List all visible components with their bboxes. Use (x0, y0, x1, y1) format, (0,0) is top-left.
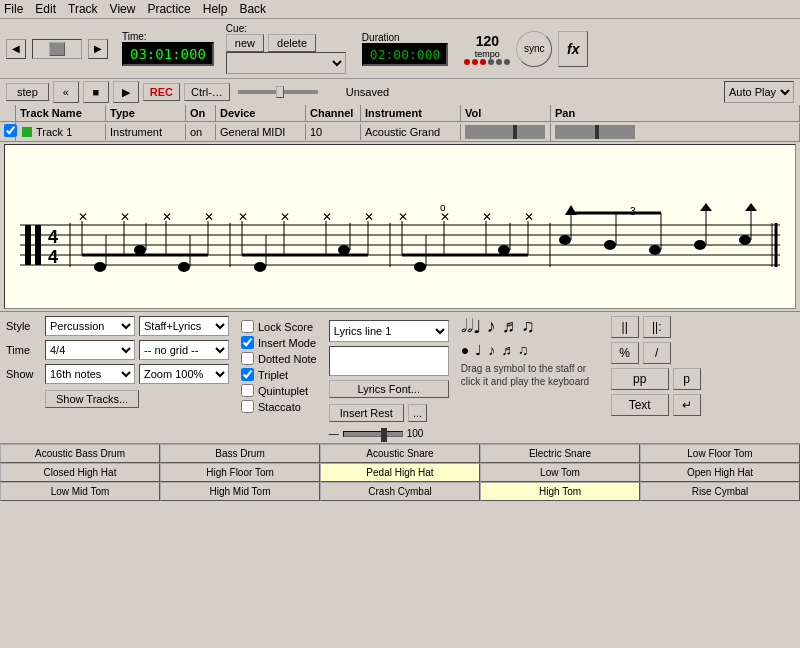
track-name: Track 1 (36, 126, 72, 138)
tempo-dot-4 (488, 59, 494, 65)
menu-track[interactable]: Track (68, 2, 98, 16)
track-on-cell: on (186, 124, 216, 140)
position-slider[interactable] (238, 90, 318, 94)
cue-new-button[interactable]: new (226, 34, 264, 52)
svg-text:4: 4 (48, 227, 58, 247)
volume-slider[interactable] (343, 431, 403, 437)
menu-file[interactable]: File (4, 2, 23, 16)
perc-acoustic-bass-drum[interactable]: Acoustic Bass Drum (0, 444, 160, 463)
right-row-1: || ||: (611, 316, 701, 338)
time-display: 03:01:000 (122, 42, 214, 66)
symbol-percent[interactable]: % (611, 342, 639, 364)
nav-next-button[interactable]: ▶ (88, 39, 108, 59)
perc-low-tom[interactable]: Low Tom (480, 463, 640, 482)
symbol-bar2[interactable]: ||: (643, 316, 671, 338)
position-slider-thumb[interactable] (276, 86, 284, 98)
perc-low-floor-tom[interactable]: Low Floor Tom (640, 444, 800, 463)
pan-slider[interactable] (555, 125, 635, 139)
perc-high-mid-tom[interactable]: High Mid Tom (160, 482, 320, 501)
perc-row-1: Acoustic Bass Drum Bass Drum Acoustic Sn… (0, 444, 800, 463)
style-row: Style Percussion Staff+Lyrics (6, 316, 229, 336)
rewind-button[interactable]: « (53, 81, 79, 103)
time-select[interactable]: 4/4 (45, 340, 135, 360)
lyrics-input-area[interactable] (329, 346, 449, 376)
lock-score-checkbox[interactable] (241, 320, 254, 333)
menu-view[interactable]: View (110, 2, 136, 16)
style-select[interactable]: Percussion (45, 316, 135, 336)
eighth-note-symbol[interactable]: ♪ (487, 316, 496, 338)
more-button[interactable]: ... (408, 404, 427, 422)
insert-mode-row: Insert Mode (241, 336, 317, 349)
vol-slider[interactable] (465, 125, 545, 139)
symbol-pp[interactable]: pp (611, 368, 669, 390)
text-button[interactable]: Text (611, 394, 669, 416)
perc-ride-cymbal[interactable]: Rise Cymbal (640, 482, 800, 501)
sixteenth-note-symbol[interactable]: ♬ (502, 316, 516, 338)
menu-edit[interactable]: Edit (35, 2, 56, 16)
staccato-checkbox[interactable] (241, 400, 254, 413)
perc-pedal-high-hat[interactable]: Pedal High Hat (320, 463, 480, 482)
note5-symbol[interactable]: ♫ (518, 342, 529, 358)
enter-symbol[interactable]: ↵ (673, 394, 701, 416)
note4-symbol[interactable]: ♬ (501, 342, 512, 358)
record-button[interactable]: REC (143, 83, 180, 101)
symbol-p[interactable]: p (673, 368, 701, 390)
thirtysecond-note-symbol[interactable]: ♫ (521, 316, 535, 338)
quarter-note-symbol[interactable]: ♩ (473, 316, 481, 338)
menu-practice[interactable]: Practice (147, 2, 190, 16)
track-color-indicator (22, 127, 32, 137)
perc-high-tom[interactable]: High Tom (480, 482, 640, 501)
show-tracks-row: Show Tracks... (6, 388, 229, 408)
cue-delete-button[interactable]: delete (268, 34, 316, 52)
menu-back[interactable]: Back (239, 2, 266, 16)
perc-bass-drum[interactable]: Bass Drum (160, 444, 320, 463)
lyrics-dropdown[interactable]: Lyrics line 1 (329, 320, 449, 342)
grid-select[interactable]: -- no grid -- (139, 340, 229, 360)
triplet-checkbox[interactable] (241, 368, 254, 381)
cue-dropdown[interactable] (226, 52, 346, 74)
staff-select[interactable]: Staff+Lyrics (139, 316, 229, 336)
perc-acoustic-snare[interactable]: Acoustic Snare (320, 444, 480, 463)
quintuplet-checkbox[interactable] (241, 384, 254, 397)
tempo-label: tempo (475, 49, 500, 59)
track-instrument-cell: Acoustic Grand (361, 124, 461, 140)
tempo-dot-5 (496, 59, 502, 65)
lyrics-font-button[interactable]: Lyrics Font... (329, 380, 449, 398)
fx-button[interactable]: fx (558, 31, 588, 67)
symbol-slash[interactable]: / (643, 342, 671, 364)
menu-help[interactable]: Help (203, 2, 228, 16)
track-header: Track Name Type On Device Channel Instru… (0, 105, 800, 122)
ctrl-button[interactable]: Ctrl-… (184, 83, 230, 101)
circle-symbol[interactable]: ● (461, 342, 469, 358)
show-select[interactable]: 16th notes (45, 364, 135, 384)
stop-button[interactable]: ■ (83, 81, 109, 103)
step-button[interactable]: step (6, 83, 49, 101)
dotted-note-label: Dotted Note (258, 353, 317, 365)
unsaved-label: Unsaved (346, 86, 389, 98)
insert-mode-checkbox[interactable] (241, 336, 254, 349)
perc-high-floor-tom[interactable]: High Floor Tom (160, 463, 320, 482)
note2-symbol[interactable]: ♩ (475, 342, 482, 358)
time-row: Time 4/4 -- no grid -- (6, 340, 229, 360)
show-tracks-button[interactable]: Show Tracks... (45, 390, 139, 408)
note3-symbol[interactable]: ♪ (488, 342, 495, 358)
staccato-row: Staccato (241, 400, 317, 413)
style-label: Style (6, 320, 41, 332)
perc-open-high-hat[interactable]: Open High Hat (640, 463, 800, 482)
svg-text:✕: ✕ (398, 210, 408, 224)
perc-closed-high-hat[interactable]: Closed High Hat (0, 463, 160, 482)
svg-text:✕: ✕ (78, 210, 88, 224)
svg-point-67 (649, 245, 661, 255)
zoom-select[interactable]: Zoom 100% (139, 364, 229, 384)
dotted-note-checkbox[interactable] (241, 352, 254, 365)
scroll-thumb[interactable] (32, 39, 82, 59)
play-button[interactable]: ▶ (113, 81, 139, 103)
perc-electric-snare[interactable]: Electric Snare (480, 444, 640, 463)
perc-low-mid-tom[interactable]: Low Mid Tom (0, 482, 160, 501)
insert-rest-button[interactable]: Insert Rest (329, 404, 404, 422)
autoplay-dropdown[interactable]: Auto Play (724, 81, 794, 103)
perc-crash-cymbal[interactable]: Crash Cymbal (320, 482, 480, 501)
nav-prev-button[interactable]: ◀ (6, 39, 26, 59)
sync-button[interactable]: sync (516, 31, 552, 67)
symbol-bar1[interactable]: || (611, 316, 639, 338)
